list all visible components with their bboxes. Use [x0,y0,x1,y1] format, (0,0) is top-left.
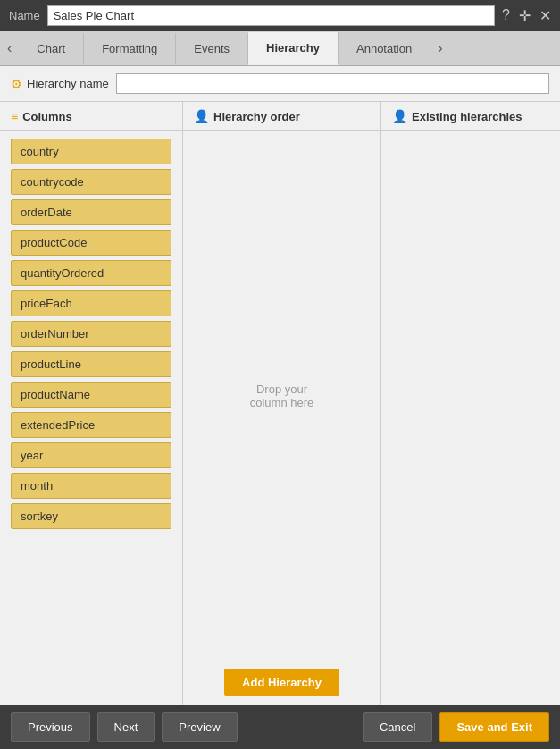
move-icon[interactable]: ✛ [519,7,531,24]
list-item[interactable]: productLine [11,351,171,377]
hierarchy-name-row: ⚙ Hierarchy name [0,66,560,102]
tab-events[interactable]: Events [176,33,248,64]
list-item[interactable]: quantityOrdered [11,260,171,286]
footer: Previous Next Preview Cancel Save and Ex… [0,705,560,749]
list-item[interactable]: year [11,442,171,468]
hierarchy-order-header: 👤 Hierarchy order [183,102,380,131]
hierarchy-name-input[interactable] [116,73,549,94]
list-item[interactable]: month [11,473,171,499]
existing-icon: 👤 [392,109,407,123]
name-input[interactable] [47,5,495,26]
hierarchy-name-label: ⚙ Hierarchy name [11,77,109,91]
close-icon[interactable]: ✕ [539,7,551,24]
existing-header: 👤 Existing hierarchies [381,102,560,131]
tab-prev-button[interactable]: ‹ [0,31,19,65]
previous-button[interactable]: Previous [11,712,90,742]
list-item[interactable]: extendedPrice [11,412,171,438]
tab-hierarchy[interactable]: Hierarchy [248,32,339,65]
tab-next-button[interactable]: › [430,31,449,65]
tab-bar: ‹ Chart Formatting Events Hierarchy Anno… [0,31,560,66]
list-item[interactable]: orderDate [11,199,171,225]
list-item[interactable]: orderNumber [11,321,171,347]
window: Name ? ✛ ✕ ‹ Chart Formatting Events Hie… [0,0,560,749]
save-exit-button[interactable]: Save and Exit [439,712,549,742]
drop-zone-text: Drop yourcolumn here [250,383,314,409]
tab-chart[interactable]: Chart [19,33,84,64]
content-area: ⚙ Hierarchy name ≡ Columns countrycountr… [0,66,560,705]
name-label: Name [9,9,40,22]
list-item[interactable]: sortkey [11,503,171,529]
columns-header-label: Columns [22,110,72,123]
columns-header: ≡ Columns [0,102,182,131]
existing-hierarchies-panel: 👤 Existing hierarchies [381,102,560,705]
list-item[interactable]: productCode [11,230,171,256]
list-item[interactable]: priceEach [11,290,171,316]
hierarchy-order-icon: 👤 [194,109,209,123]
next-button[interactable]: Next [97,712,155,742]
hierarchy-order-label: Hierarchy order [213,110,300,123]
help-icon[interactable]: ? [502,7,510,24]
preview-button[interactable]: Preview [162,712,237,742]
list-item[interactable]: productName [11,382,171,408]
hierarchy-name-text: Hierarchy name [27,77,109,90]
list-item[interactable]: countrycode [11,169,171,195]
list-item[interactable]: country [11,139,171,164]
columns-header-icon: ≡ [11,109,18,123]
columns-panel: ≡ Columns countrycountrycodeorderDatepro… [0,102,183,705]
columns-list: countrycountrycodeorderDateproductCodequ… [0,131,182,705]
existing-label: Existing hierarchies [412,110,522,123]
tab-formatting[interactable]: Formatting [84,33,176,64]
hierarchy-icon: ⚙ [11,77,22,91]
title-icons: ? ✛ ✕ [502,7,551,24]
columns-area: ≡ Columns countrycountrycodeorderDatepro… [0,102,560,705]
add-hierarchy-button[interactable]: Add Hierarchy [224,669,339,696]
tab-annotation[interactable]: Annotation [339,33,430,64]
drop-zone[interactable]: Drop yourcolumn here [183,131,380,660]
hierarchy-order-panel: 👤 Hierarchy order Drop yourcolumn here A… [183,102,381,705]
cancel-button[interactable]: Cancel [363,712,432,742]
title-bar: Name ? ✛ ✕ [0,0,560,31]
